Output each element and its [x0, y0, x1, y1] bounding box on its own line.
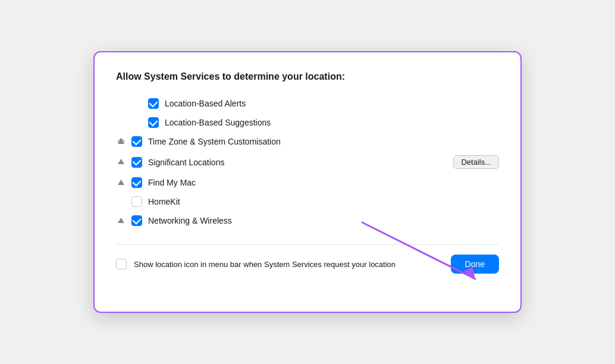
location-based-suggestions-label: Location-Based Suggestions — [165, 118, 499, 127]
svg-marker-3 — [118, 218, 124, 223]
show-location-icon-checkbox[interactable] — [116, 259, 127, 269]
list-item: Significant Locations Details... — [116, 151, 499, 173]
location-arrow-icon — [116, 158, 125, 167]
location-arrow-icon — [116, 178, 125, 187]
svg-marker-1 — [118, 159, 124, 164]
done-button[interactable]: Done — [451, 255, 499, 274]
list-item: Time Zone & System Customisation — [116, 132, 499, 151]
details-button[interactable]: Details... — [453, 155, 499, 169]
find-my-mac-label: Find My Mac — [148, 178, 499, 187]
location-based-alerts-checkbox[interactable] — [148, 98, 159, 109]
homekit-label: HomeKit — [148, 197, 499, 206]
significant-locations-label: Significant Locations — [148, 158, 443, 167]
footer-row: Show location icon in menu bar when Syst… — [116, 244, 499, 274]
networking-wireless-label: Networking & Wireless — [148, 216, 499, 225]
list-item: Networking & Wireless — [116, 211, 499, 230]
list-item: HomeKit — [116, 192, 499, 211]
svg-marker-2 — [118, 180, 124, 185]
location-arrow-icon — [116, 137, 125, 146]
items-list: ◀ Location-Based Alerts ◀ Location-Based… — [116, 94, 499, 230]
footer-label: Show location icon in menu bar when Syst… — [134, 260, 444, 269]
homekit-checkbox[interactable] — [131, 196, 142, 207]
location-based-alerts-label: Location-Based Alerts — [165, 99, 499, 108]
significant-locations-checkbox[interactable] — [131, 157, 142, 168]
location-based-suggestions-checkbox[interactable] — [148, 117, 159, 128]
list-item: ◀ Location-Based Alerts — [116, 94, 499, 113]
time-zone-label: Time Zone & System Customisation — [148, 137, 499, 146]
dialog: Allow System Services to determine your … — [93, 51, 522, 313]
time-zone-checkbox[interactable] — [131, 136, 142, 147]
list-item: ◀ Location-Based Suggestions — [116, 113, 499, 132]
location-arrow-icon — [116, 216, 125, 225]
networking-wireless-checkbox[interactable] — [131, 215, 142, 226]
list-item: Find My Mac — [116, 173, 499, 192]
find-my-mac-checkbox[interactable] — [131, 177, 142, 188]
dialog-title: Allow System Services to determine your … — [116, 71, 499, 82]
